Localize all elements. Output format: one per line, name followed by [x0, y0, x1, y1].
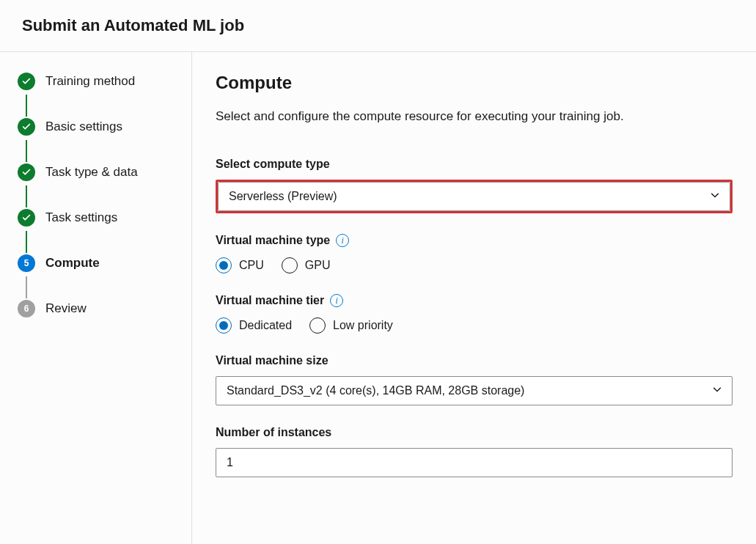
- field-label-vm-tier: Virtual machine tier i: [216, 294, 733, 307]
- field-label-vm-size: Virtual machine size: [216, 354, 733, 367]
- input-instances[interactable]: [216, 448, 733, 477]
- radio-label: Low priority: [333, 319, 393, 332]
- field-label-instances: Number of instances: [216, 426, 733, 439]
- sidebar-step-task-settings[interactable]: Task settings: [18, 209, 174, 229]
- radio-circle-icon: [309, 317, 326, 334]
- radio-label: CPU: [239, 259, 264, 272]
- radio-label: GPU: [305, 259, 331, 272]
- radio-vm-tier-low-priority[interactable]: Low priority: [309, 317, 393, 334]
- field-label-compute-type: Select compute type: [216, 158, 733, 171]
- select-compute-type[interactable]: Serverless (Preview): [218, 182, 730, 211]
- step-number-icon: 5: [18, 254, 35, 272]
- step-label: Training method: [45, 74, 135, 89]
- step-label: Task settings: [45, 210, 117, 225]
- step-label: Task type & data: [45, 165, 138, 180]
- step-connector: [26, 95, 27, 117]
- checkmark-icon: [18, 209, 35, 227]
- radio-vm-type-gpu[interactable]: GPU: [282, 257, 331, 273]
- select-compute-type-wrapper: Serverless (Preview): [216, 180, 733, 213]
- info-icon[interactable]: i: [336, 234, 349, 247]
- step-label: Compute: [45, 256, 100, 271]
- sidebar-step-compute[interactable]: 5 Compute: [18, 254, 174, 275]
- radio-circle-icon: [216, 257, 232, 273]
- radio-group-vm-tier: Dedicated Low priority: [216, 317, 733, 334]
- section-title: Compute: [216, 73, 733, 93]
- sidebar-step-basic-settings[interactable]: Basic settings: [18, 118, 174, 139]
- radio-vm-tier-dedicated[interactable]: Dedicated: [216, 317, 292, 334]
- select-vm-size[interactable]: Standard_DS3_v2 (4 core(s), 14GB RAM, 28…: [216, 376, 733, 405]
- content-wrapper: Training method Basic settings Task type…: [0, 52, 756, 544]
- select-vm-size-wrapper: Standard_DS3_v2 (4 core(s), 14GB RAM, 28…: [216, 376, 733, 405]
- checkmark-icon: [18, 163, 35, 181]
- sidebar-step-task-type-data[interactable]: Task type & data: [18, 163, 174, 184]
- step-connector: [26, 276, 27, 298]
- step-number-icon: 6: [18, 300, 35, 317]
- field-vm-size: Virtual machine size Standard_DS3_v2 (4 …: [216, 354, 733, 405]
- sidebar-step-training-method[interactable]: Training method: [18, 73, 174, 93]
- section-description: Select and configure the compute resourc…: [216, 109, 733, 124]
- field-instances: Number of instances: [216, 426, 733, 477]
- step-connector: [26, 140, 27, 162]
- step-connector: [26, 231, 27, 253]
- field-compute-type: Select compute type Serverless (Preview): [216, 158, 733, 213]
- radio-vm-type-cpu[interactable]: CPU: [216, 257, 264, 273]
- radio-circle-icon: [282, 257, 298, 273]
- field-vm-type: Virtual machine type i CPU GPU: [216, 234, 733, 273]
- step-label: Basic settings: [45, 120, 122, 134]
- radio-label: Dedicated: [239, 319, 292, 332]
- info-icon[interactable]: i: [330, 294, 343, 307]
- wizard-sidebar: Training method Basic settings Task type…: [0, 52, 192, 544]
- page-title: Submit an Automated ML job: [22, 16, 734, 35]
- main-content: Compute Select and configure the compute…: [192, 52, 756, 544]
- step-label: Review: [45, 301, 87, 316]
- checkmark-icon: [18, 118, 35, 136]
- checkmark-icon: [18, 73, 35, 90]
- field-vm-tier: Virtual machine tier i Dedicated Low pri…: [216, 294, 733, 334]
- field-label-vm-type: Virtual machine type i: [216, 234, 733, 247]
- page-header: Submit an Automated ML job: [0, 0, 756, 52]
- radio-group-vm-type: CPU GPU: [216, 257, 733, 273]
- radio-circle-icon: [216, 317, 232, 334]
- step-connector: [26, 185, 27, 207]
- sidebar-step-review[interactable]: 6 Review: [18, 300, 174, 320]
